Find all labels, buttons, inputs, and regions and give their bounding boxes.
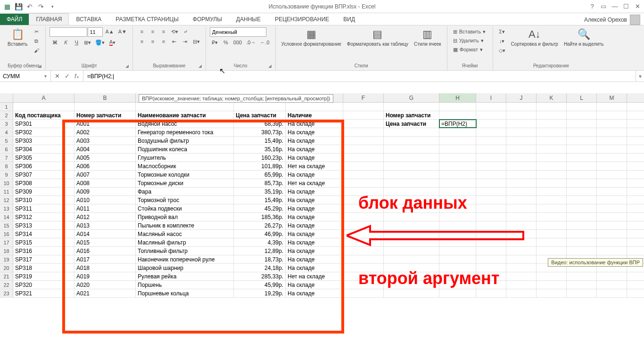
ribbon-options-icon[interactable]: ▭	[599, 2, 608, 11]
cell[interactable]	[476, 162, 506, 170]
cell[interactable]	[476, 128, 506, 136]
cell-price[interactable]: 15,49p.	[234, 137, 286, 145]
cell[interactable]	[476, 204, 506, 212]
cell[interactable]	[597, 128, 627, 136]
cell-header[interactable]: Номер запчасти	[74, 111, 136, 119]
cell[interactable]	[439, 272, 476, 280]
cell-supplier[interactable]: SP315	[13, 238, 74, 246]
cell[interactable]	[476, 171, 506, 179]
cell-price[interactable]: 380,73p.	[234, 128, 286, 136]
cell[interactable]	[506, 238, 537, 246]
fill-icon[interactable]: ↓▾	[497, 37, 507, 45]
chevron-down-icon[interactable]: ▼	[43, 74, 48, 79]
cell-supplier[interactable]: SP306	[13, 162, 74, 170]
cell[interactable]	[439, 171, 476, 179]
fill-color-icon[interactable]: 🪣▾	[93, 38, 107, 47]
cell[interactable]	[597, 137, 627, 145]
cell-stock[interactable]: На складе	[286, 154, 343, 162]
cell-name[interactable]: Тормозные диски	[136, 179, 234, 187]
cell-stock[interactable]: На складе	[286, 247, 343, 255]
insert-function-icon[interactable]: fₓ	[74, 73, 79, 80]
column-header-l[interactable]: L	[567, 93, 597, 102]
cell-price[interactable]: 35,19p.	[234, 187, 286, 195]
currency-icon[interactable]: ₽▾	[210, 38, 220, 47]
cell-stock[interactable]: Нет на складе	[286, 179, 343, 187]
cell-stock[interactable]: Нет на складе	[286, 272, 343, 280]
column-header-k[interactable]: K	[537, 93, 567, 102]
row-header[interactable]: 19	[0, 255, 13, 263]
cell[interactable]	[537, 289, 567, 297]
cell-part-no[interactable]: A002	[74, 128, 136, 136]
format-as-table-button[interactable]: ▤Форматировать как таблицу	[345, 27, 410, 48]
cell[interactable]	[567, 187, 597, 195]
cell-part-no[interactable]: A018	[74, 264, 136, 272]
cell-price[interactable]: 101,89p.	[234, 162, 286, 170]
conditional-formatting-button[interactable]: ▦Условное форматирование	[280, 27, 343, 48]
cell[interactable]	[597, 221, 627, 229]
column-header-f[interactable]: F	[343, 93, 384, 102]
cell-stock[interactable]: На складе	[286, 171, 343, 179]
cell-part-no[interactable]: A014	[74, 230, 136, 238]
align-center-icon[interactable]: ≡	[148, 37, 158, 46]
cell[interactable]	[506, 281, 537, 289]
column-header-h[interactable]: H	[439, 93, 476, 102]
cell-part-no[interactable]: A019	[74, 272, 136, 280]
cell[interactable]	[506, 154, 537, 162]
align-top-icon[interactable]: ≡	[137, 27, 147, 36]
cell-name[interactable]: Стойка подвески	[136, 204, 234, 212]
cell[interactable]	[567, 111, 597, 119]
cell[interactable]	[537, 128, 567, 136]
cell[interactable]	[537, 238, 567, 246]
cell[interactable]	[506, 264, 537, 272]
avatar[interactable]	[630, 15, 640, 25]
cell-stock[interactable]: На складе	[286, 289, 343, 297]
cell-name[interactable]: Пыльник в комплекте	[136, 221, 234, 229]
cell[interactable]	[439, 213, 476, 221]
increase-indent-icon[interactable]: ⇥	[180, 37, 190, 46]
cell-name[interactable]: Тормозной трос	[136, 196, 234, 204]
comma-icon[interactable]: 000	[231, 38, 244, 47]
cell-stock[interactable]: На складе	[286, 120, 343, 128]
cell[interactable]	[439, 128, 476, 136]
cell[interactable]	[476, 221, 506, 229]
cell-name[interactable]: Маслосборник	[136, 162, 234, 170]
align-left-icon[interactable]: ≡	[137, 37, 147, 46]
cell[interactable]	[439, 230, 476, 238]
cell[interactable]	[597, 281, 627, 289]
cell[interactable]	[567, 120, 597, 128]
cell[interactable]	[597, 154, 627, 162]
cell[interactable]	[537, 204, 567, 212]
cell[interactable]	[506, 187, 537, 195]
row-header[interactable]: 22	[0, 281, 13, 289]
italic-button[interactable]: К	[60, 38, 71, 47]
cell[interactable]	[567, 221, 597, 229]
font-color-icon[interactable]: A▾	[107, 38, 117, 47]
cell-stock[interactable]: На складе	[286, 238, 343, 246]
cell[interactable]	[476, 103, 506, 111]
tab-home[interactable]: ГЛАВНАЯ	[29, 13, 69, 25]
cell[interactable]	[476, 213, 506, 221]
cell[interactable]	[567, 103, 597, 111]
paste-button[interactable]: 📋 Вставить	[6, 27, 29, 48]
cell[interactable]	[506, 111, 537, 119]
cell[interactable]	[597, 162, 627, 170]
cell[interactable]	[537, 213, 567, 221]
increase-font-icon[interactable]: A▲	[103, 27, 116, 36]
enter-formula-icon[interactable]: ✓	[65, 73, 70, 80]
cell-price[interactable]: 12,89p.	[234, 247, 286, 255]
dialog-launcher-icon[interactable]: ◢	[268, 64, 272, 68]
bold-button[interactable]: Ж	[50, 38, 60, 47]
cell[interactable]	[343, 179, 384, 187]
cell[interactable]	[506, 247, 537, 255]
cell[interactable]	[506, 128, 537, 136]
cell-supplier[interactable]: SP305	[13, 154, 74, 162]
cell[interactable]	[597, 179, 627, 187]
cell-supplier[interactable]: SP308	[13, 179, 74, 187]
row-header[interactable]: 11	[0, 187, 13, 195]
cell[interactable]	[597, 120, 627, 128]
cell[interactable]	[567, 128, 597, 136]
cell[interactable]	[343, 103, 384, 111]
row-header[interactable]: 9	[0, 171, 13, 179]
cell[interactable]	[537, 120, 567, 128]
cell[interactable]	[537, 171, 567, 179]
